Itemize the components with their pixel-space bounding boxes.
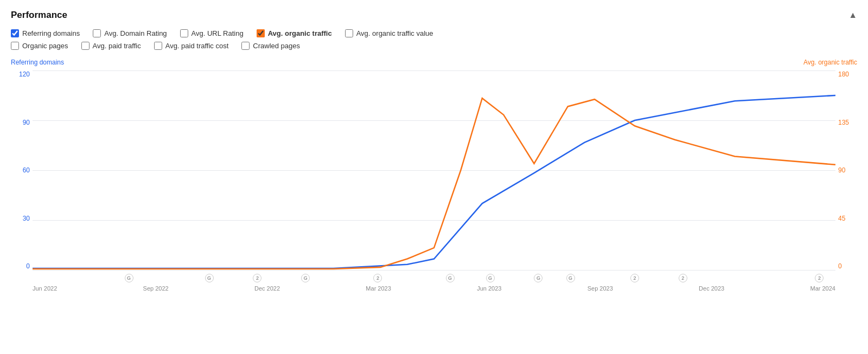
y-label-30: 30 — [11, 215, 30, 222]
panel-title: Performance — [11, 10, 67, 21]
chart-inner: G G 2 G 2 G G — [33, 70, 835, 270]
cb-domain-rating[interactable]: Avg. Domain Rating — [93, 29, 167, 37]
collapse-button[interactable]: ▲ — [848, 10, 857, 20]
x-label-sep23: Sep 2023 — [588, 285, 613, 292]
y-axis-right: 180 135 90 45 0 — [838, 70, 857, 270]
y-label-0-right: 0 — [838, 262, 857, 270]
cb-paid-cost-input[interactable] — [154, 42, 162, 50]
cb-organic-pages[interactable]: Organic pages — [11, 42, 68, 50]
cb-organic-value-label: Avg. organic traffic value — [356, 29, 433, 37]
x-label-jun22: Jun 2022 — [33, 285, 57, 292]
cb-crawled-pages-label: Crawled pages — [253, 42, 300, 50]
x-label-dec23: Dec 2023 — [699, 285, 724, 292]
cb-organic-pages-label: Organic pages — [22, 42, 68, 50]
cb-domain-rating-label: Avg. Domain Rating — [104, 29, 167, 37]
chart-svg — [33, 70, 835, 270]
y-axis-title-right: Avg. organic traffic — [803, 59, 857, 66]
y-label-120: 120 — [11, 70, 30, 78]
panel-header: Performance ▲ — [11, 10, 857, 21]
orange-line — [33, 98, 835, 269]
cb-organic-traffic[interactable]: Avg. organic traffic — [257, 29, 332, 37]
cb-organic-traffic-input[interactable] — [257, 29, 265, 37]
y-label-60: 60 — [11, 166, 30, 174]
x-label-mar23: Mar 2023 — [366, 285, 391, 292]
y-label-180: 180 — [838, 70, 857, 78]
cb-organic-traffic-label: Avg. organic traffic — [268, 29, 332, 37]
x-label-mar24: Mar 2024 — [810, 285, 835, 292]
y-label-90: 90 — [11, 119, 30, 126]
cb-referring-input[interactable] — [11, 29, 19, 37]
cb-url-rating-label: Avg. URL Rating — [192, 29, 244, 37]
cb-crawled-pages[interactable]: Crawled pages — [241, 42, 300, 50]
blue-line — [33, 95, 835, 268]
checkboxes-row-2: Organic pages Avg. paid traffic Avg. pai… — [11, 42, 857, 50]
cb-paid-traffic-input[interactable] — [81, 42, 90, 50]
y-label-90-right: 90 — [838, 166, 857, 174]
cb-crawled-pages-input[interactable] — [241, 42, 250, 50]
x-label-jun23: Jun 2023 — [477, 285, 501, 292]
cb-referring-label: Referring domains — [22, 29, 80, 37]
y-label-135: 135 — [838, 119, 857, 126]
x-axis: Jun 2022 Sep 2022 Dec 2022 Mar 2023 Jun … — [33, 273, 835, 292]
x-label-sep22: Sep 2022 — [143, 285, 169, 292]
x-label-dec22: Dec 2022 — [254, 285, 280, 292]
cb-referring-domains[interactable]: Referring domains — [11, 29, 80, 37]
checkboxes-row-1: Referring domains Avg. Domain Rating Avg… — [11, 29, 857, 37]
grid-line-4 — [33, 270, 835, 271]
y-label-0-left: 0 — [11, 262, 30, 270]
cb-paid-cost-label: Avg. paid traffic cost — [165, 42, 229, 50]
cb-url-rating-input[interactable] — [180, 29, 188, 37]
performance-panel: Performance ▲ Referring domains Avg. Dom… — [0, 0, 868, 297]
cb-url-rating[interactable]: Avg. URL Rating — [180, 29, 244, 37]
cb-domain-rating-input[interactable] — [93, 29, 101, 37]
cb-organic-value[interactable]: Avg. organic traffic value — [345, 29, 433, 37]
cb-organic-pages-input[interactable] — [11, 42, 19, 50]
cb-paid-traffic-label: Avg. paid traffic — [93, 42, 141, 50]
y-axis-title-left: Referring domains — [11, 59, 64, 66]
cb-organic-value-input[interactable] — [345, 29, 353, 37]
y-axis-left: 120 90 60 30 0 — [11, 70, 30, 270]
cb-paid-traffic[interactable]: Avg. paid traffic — [81, 42, 141, 50]
cb-paid-cost[interactable]: Avg. paid traffic cost — [154, 42, 229, 50]
chart-area: Referring domains Avg. organic traffic — [11, 59, 857, 292]
y-label-45: 45 — [838, 215, 857, 222]
